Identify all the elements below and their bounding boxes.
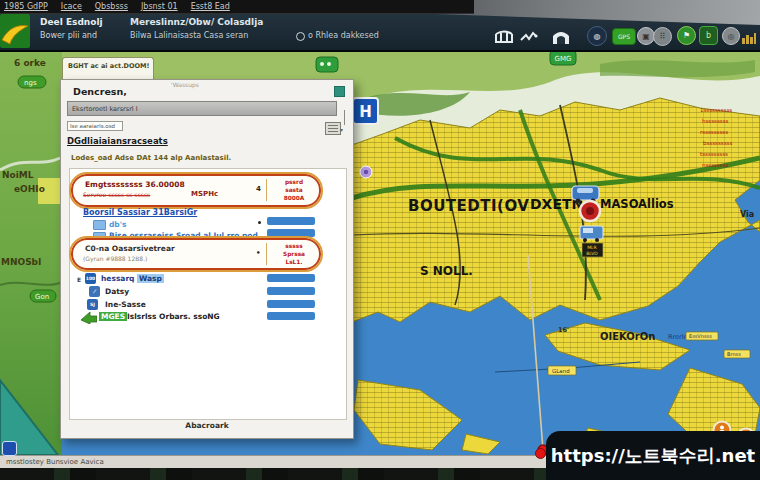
terrain-label: NoiML	[2, 170, 34, 180]
svg-text:hssssssss: hssssssss	[702, 118, 729, 124]
status-text: msstlostey Bunsvioe Aavica	[6, 458, 104, 466]
radio-icon[interactable]	[296, 32, 305, 41]
svg-text:bsssssssss: bsssssssss	[703, 140, 732, 146]
map-label-region: BOUTEDTI(OV	[408, 197, 529, 215]
green-poi-gmg[interactable]: GMG	[550, 50, 576, 65]
row1-values: pssrd sasta 8000A	[273, 178, 315, 202]
highlighted-row-1[interactable]: Emgtssssssss 36.00008 Servree-sssss-ss-s…	[71, 174, 321, 207]
progress-bar	[267, 312, 315, 320]
row7-label-b[interactable]: Islsrlss Orbars. ssoNG	[127, 312, 220, 321]
svg-text:rsssssssss: rsssssssss	[700, 129, 728, 135]
grid-button[interactable]: ⠿	[653, 27, 672, 46]
svg-text:1ssssssssss: 1ssssssssss	[700, 107, 732, 113]
bullet-dot: •	[256, 249, 260, 257]
panel-title: Dencresn,	[73, 86, 127, 97]
highlighted-row-2[interactable]: C0-na Oasarsivetrear (Gyran #9888 12B8.)…	[71, 238, 321, 270]
row4-icon: 100	[85, 273, 96, 284]
green-poi[interactable]	[316, 57, 338, 72]
layers-button[interactable]: b	[699, 26, 718, 45]
search-panel: Dencresn, 'Wassups Eksrtoroetl karsrsrl …	[60, 79, 354, 439]
flag-button[interactable]: ⚑	[677, 26, 696, 45]
hotel-marker[interactable]: H	[353, 98, 378, 124]
row6-icon: SJ	[87, 299, 98, 310]
progress-bar	[267, 300, 315, 308]
row3-subtitle: (Gyran #9888 12B8.)	[83, 255, 147, 262]
menu-item[interactable]: Qbsbsss	[95, 2, 128, 11]
panel-corner-icon[interactable]	[334, 86, 345, 97]
bridge-icon[interactable]	[494, 28, 514, 45]
svg-text:BLVD: BLVD	[586, 251, 598, 256]
purple-poi-center	[364, 170, 368, 174]
panel-description: Lodes_oad Adse DAt 144 alp Aanlastasil.	[71, 154, 231, 162]
row4-label2[interactable]: Wasp	[137, 274, 164, 283]
row5-label[interactable]: Datsy	[105, 287, 129, 296]
results-link[interactable]: DGdliaiaiansracseats	[67, 136, 168, 146]
print-icon[interactable]	[325, 122, 341, 135]
svg-text:tsssssssss: tsssssssss	[700, 151, 728, 157]
compass-button[interactable]: ◍	[587, 26, 607, 46]
group-heading[interactable]: Boorsil Sassiar 31BarsiGr	[83, 208, 197, 217]
chevron-down-icon[interactable]: ▾	[340, 126, 343, 133]
toolbar-sub-right: o Rhlea dakkesed	[308, 31, 379, 40]
row1-title: Emgtssssssss 36.00008	[85, 180, 185, 189]
row3-title: C0-na Oasarsivetrear	[85, 244, 175, 253]
terrain-label: 6 orke	[14, 58, 46, 68]
menu-item[interactable]: Icace	[61, 2, 82, 11]
stats-icon[interactable]	[742, 32, 756, 44]
menu-item[interactable]: 1985 GdPP	[4, 2, 48, 11]
forest-patch	[600, 60, 755, 77]
divider	[266, 179, 267, 201]
map-mini-icon[interactable]	[2, 441, 17, 456]
menu-item[interactable]: Jbsnst 01	[141, 2, 178, 11]
row7-label-a[interactable]: MGES	[99, 312, 127, 321]
terrain-pill-label: ngs	[24, 79, 37, 87]
watermark-url: https://노트북수리.net	[551, 444, 755, 468]
road-sign: MLR BLVD	[582, 243, 603, 257]
toolbar-path: Mereslinnz/Obw/ Colasdlja	[130, 17, 263, 27]
camera-marker[interactable]	[580, 201, 600, 221]
map-label-city2: MASOAllios	[600, 197, 674, 211]
row1-subtitle: Servree-sssss-ss-sssss	[83, 191, 150, 198]
map-depth-label: 16'	[558, 326, 569, 334]
scrollbar[interactable]	[344, 110, 345, 125]
app-logo[interactable]	[0, 14, 30, 48]
menu-item[interactable]: Esst8 Ead	[191, 2, 230, 11]
svg-text:GLand: GLand	[552, 368, 570, 374]
watermark: https://노트북수리.net	[546, 431, 760, 480]
swoosh-icon	[0, 14, 30, 48]
svg-text:Brnss: Brnss	[727, 351, 741, 357]
filter-input[interactable]: Ise aaraiarls.osd	[67, 121, 123, 131]
row4-prefix: E	[77, 276, 81, 283]
panel-footer-button[interactable]: Abacroark	[61, 421, 353, 430]
gps-button[interactable]: GPS	[612, 28, 636, 45]
terrain-label: MNOSbI	[1, 257, 41, 267]
map-label-via: Via	[740, 210, 754, 219]
info-button[interactable]: ◎	[722, 27, 740, 45]
terrain-label: eOHIo	[14, 184, 45, 194]
progress-bar	[267, 274, 315, 282]
svg-text:GMG: GMG	[555, 55, 572, 63]
svg-text:nssssssss: nssssssss	[702, 162, 729, 168]
bullet-dot	[258, 221, 261, 224]
row3-values: sssss Sprssa LsL1.	[273, 242, 315, 266]
progress-bar	[267, 287, 315, 295]
row6-label[interactable]: Ine-Sasse	[105, 300, 146, 309]
row4-label[interactable]: hessarq	[101, 274, 134, 283]
group-item-a[interactable]: db's	[109, 220, 127, 229]
svg-text:H: H	[359, 103, 372, 121]
progress-bar	[267, 229, 315, 237]
terrain-pill-label: Gon	[35, 293, 49, 301]
map-label-peninsula: S NOLL.	[420, 264, 473, 278]
toolbar-sub-mid: Bilwa Lalinaisasta Casa seran	[130, 31, 248, 40]
svg-text:EssVnsss: EssVnsss	[689, 333, 712, 339]
panel-note: 'Wassups	[171, 81, 199, 88]
tunnel-icon[interactable]	[551, 28, 571, 46]
record-dot-icon	[535, 448, 546, 459]
app-window: 1985 GdPP Icace Qbsbsss Jbsnst 01 Esst8 …	[0, 0, 760, 480]
destination-dropdown[interactable]: Eksrtoroetl karsrsrl l	[67, 101, 337, 116]
route-icon[interactable]	[520, 28, 538, 45]
row5-icon: ⟋	[89, 286, 100, 297]
panel-tab[interactable]: BGHT ac ai act.DOOM!	[62, 57, 154, 80]
progress-bar	[267, 217, 315, 225]
toolbar-app-name: Deel Esdnolj	[40, 17, 103, 27]
